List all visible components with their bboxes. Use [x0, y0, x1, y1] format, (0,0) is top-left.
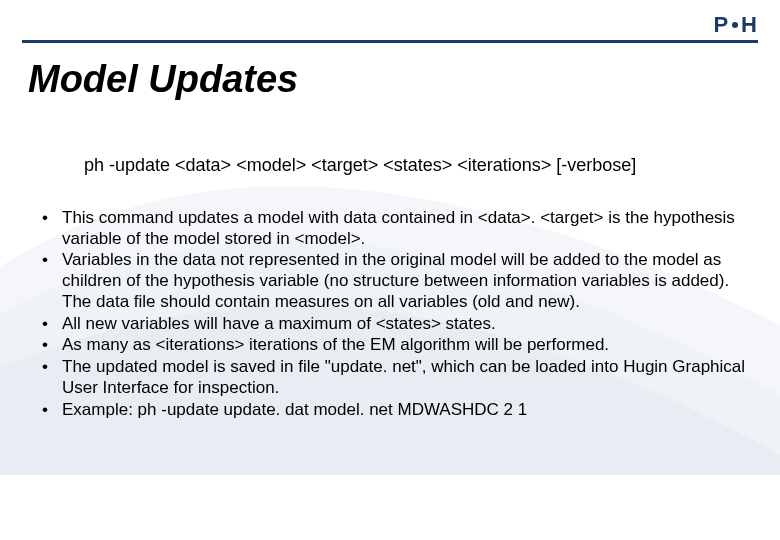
list-item: Variables in the data not represented in…: [38, 250, 750, 312]
bullet-text: This command updates a model with data c…: [62, 208, 735, 248]
command-syntax: ph -update <data> <model> <target> <stat…: [84, 155, 740, 176]
slide-title: Model Updates: [28, 58, 298, 101]
bullet-text: All new variables will have a maximum of…: [62, 314, 496, 333]
bullet-text: Example: ph -update update. dat model. n…: [62, 400, 527, 419]
brand-logo: PH: [713, 12, 758, 38]
list-item: Example: ph -update update. dat model. n…: [38, 400, 750, 421]
logo-left: P: [713, 12, 729, 37]
logo-dot-icon: [732, 22, 738, 28]
bullet-text: As many as <iterations> iterations of th…: [62, 335, 609, 354]
logo-right: H: [741, 12, 758, 37]
list-item: The updated model is saved in file "upda…: [38, 357, 750, 398]
bullet-text: Variables in the data not represented in…: [62, 250, 729, 310]
top-divider: [22, 40, 758, 43]
bullet-text: The updated model is saved in file "upda…: [62, 357, 745, 397]
bullet-list: This command updates a model with data c…: [38, 208, 750, 421]
list-item: All new variables will have a maximum of…: [38, 314, 750, 335]
list-item: As many as <iterations> iterations of th…: [38, 335, 750, 356]
list-item: This command updates a model with data c…: [38, 208, 750, 249]
